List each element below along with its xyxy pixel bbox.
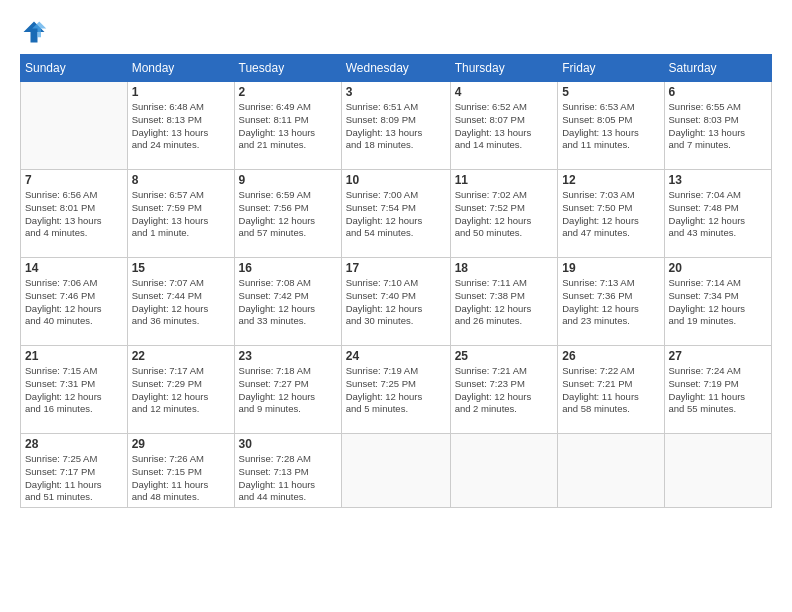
day-number: 3 xyxy=(346,85,446,99)
calendar-header-thursday: Thursday xyxy=(450,55,558,82)
calendar-cell: 28Sunrise: 7:25 AM Sunset: 7:17 PM Dayli… xyxy=(21,434,128,508)
calendar-cell: 13Sunrise: 7:04 AM Sunset: 7:48 PM Dayli… xyxy=(664,170,771,258)
day-info: Sunrise: 7:22 AM Sunset: 7:21 PM Dayligh… xyxy=(562,365,659,416)
calendar-cell: 22Sunrise: 7:17 AM Sunset: 7:29 PM Dayli… xyxy=(127,346,234,434)
day-info: Sunrise: 7:13 AM Sunset: 7:36 PM Dayligh… xyxy=(562,277,659,328)
calendar-header-friday: Friday xyxy=(558,55,664,82)
day-info: Sunrise: 7:25 AM Sunset: 7:17 PM Dayligh… xyxy=(25,453,123,504)
day-number: 8 xyxy=(132,173,230,187)
day-info: Sunrise: 7:21 AM Sunset: 7:23 PM Dayligh… xyxy=(455,365,554,416)
calendar-cell: 25Sunrise: 7:21 AM Sunset: 7:23 PM Dayli… xyxy=(450,346,558,434)
day-info: Sunrise: 7:15 AM Sunset: 7:31 PM Dayligh… xyxy=(25,365,123,416)
calendar-cell: 27Sunrise: 7:24 AM Sunset: 7:19 PM Dayli… xyxy=(664,346,771,434)
day-info: Sunrise: 6:56 AM Sunset: 8:01 PM Dayligh… xyxy=(25,189,123,240)
calendar-cell: 23Sunrise: 7:18 AM Sunset: 7:27 PM Dayli… xyxy=(234,346,341,434)
day-number: 20 xyxy=(669,261,767,275)
calendar-table: SundayMondayTuesdayWednesdayThursdayFrid… xyxy=(20,54,772,508)
day-number: 21 xyxy=(25,349,123,363)
calendar-week-0: 1Sunrise: 6:48 AM Sunset: 8:13 PM Daylig… xyxy=(21,82,772,170)
calendar-header-monday: Monday xyxy=(127,55,234,82)
day-info: Sunrise: 6:49 AM Sunset: 8:11 PM Dayligh… xyxy=(239,101,337,152)
day-number: 25 xyxy=(455,349,554,363)
calendar-cell xyxy=(341,434,450,508)
calendar-cell: 7Sunrise: 6:56 AM Sunset: 8:01 PM Daylig… xyxy=(21,170,128,258)
day-info: Sunrise: 7:03 AM Sunset: 7:50 PM Dayligh… xyxy=(562,189,659,240)
day-info: Sunrise: 6:48 AM Sunset: 8:13 PM Dayligh… xyxy=(132,101,230,152)
day-info: Sunrise: 7:24 AM Sunset: 7:19 PM Dayligh… xyxy=(669,365,767,416)
calendar-cell: 24Sunrise: 7:19 AM Sunset: 7:25 PM Dayli… xyxy=(341,346,450,434)
calendar-header-wednesday: Wednesday xyxy=(341,55,450,82)
calendar-cell: 20Sunrise: 7:14 AM Sunset: 7:34 PM Dayli… xyxy=(664,258,771,346)
day-number: 9 xyxy=(239,173,337,187)
day-number: 22 xyxy=(132,349,230,363)
day-number: 7 xyxy=(25,173,123,187)
calendar-week-1: 7Sunrise: 6:56 AM Sunset: 8:01 PM Daylig… xyxy=(21,170,772,258)
calendar-cell: 16Sunrise: 7:08 AM Sunset: 7:42 PM Dayli… xyxy=(234,258,341,346)
calendar-cell: 3Sunrise: 6:51 AM Sunset: 8:09 PM Daylig… xyxy=(341,82,450,170)
calendar-cell: 1Sunrise: 6:48 AM Sunset: 8:13 PM Daylig… xyxy=(127,82,234,170)
day-info: Sunrise: 7:04 AM Sunset: 7:48 PM Dayligh… xyxy=(669,189,767,240)
calendar-week-2: 14Sunrise: 7:06 AM Sunset: 7:46 PM Dayli… xyxy=(21,258,772,346)
calendar-cell: 8Sunrise: 6:57 AM Sunset: 7:59 PM Daylig… xyxy=(127,170,234,258)
calendar-cell xyxy=(558,434,664,508)
day-info: Sunrise: 7:26 AM Sunset: 7:15 PM Dayligh… xyxy=(132,453,230,504)
calendar-cell: 12Sunrise: 7:03 AM Sunset: 7:50 PM Dayli… xyxy=(558,170,664,258)
day-info: Sunrise: 6:59 AM Sunset: 7:56 PM Dayligh… xyxy=(239,189,337,240)
day-number: 2 xyxy=(239,85,337,99)
header xyxy=(20,18,772,46)
calendar-cell: 21Sunrise: 7:15 AM Sunset: 7:31 PM Dayli… xyxy=(21,346,128,434)
calendar-cell: 5Sunrise: 6:53 AM Sunset: 8:05 PM Daylig… xyxy=(558,82,664,170)
day-info: Sunrise: 6:52 AM Sunset: 8:07 PM Dayligh… xyxy=(455,101,554,152)
calendar-cell xyxy=(664,434,771,508)
calendar-cell: 17Sunrise: 7:10 AM Sunset: 7:40 PM Dayli… xyxy=(341,258,450,346)
day-number: 11 xyxy=(455,173,554,187)
day-number: 17 xyxy=(346,261,446,275)
day-info: Sunrise: 7:08 AM Sunset: 7:42 PM Dayligh… xyxy=(239,277,337,328)
calendar-cell: 11Sunrise: 7:02 AM Sunset: 7:52 PM Dayli… xyxy=(450,170,558,258)
logo xyxy=(20,18,52,46)
calendar-week-3: 21Sunrise: 7:15 AM Sunset: 7:31 PM Dayli… xyxy=(21,346,772,434)
calendar-cell: 15Sunrise: 7:07 AM Sunset: 7:44 PM Dayli… xyxy=(127,258,234,346)
day-info: Sunrise: 6:53 AM Sunset: 8:05 PM Dayligh… xyxy=(562,101,659,152)
calendar-cell xyxy=(21,82,128,170)
day-info: Sunrise: 7:19 AM Sunset: 7:25 PM Dayligh… xyxy=(346,365,446,416)
calendar-cell: 19Sunrise: 7:13 AM Sunset: 7:36 PM Dayli… xyxy=(558,258,664,346)
day-number: 13 xyxy=(669,173,767,187)
day-number: 15 xyxy=(132,261,230,275)
calendar-cell: 4Sunrise: 6:52 AM Sunset: 8:07 PM Daylig… xyxy=(450,82,558,170)
day-number: 24 xyxy=(346,349,446,363)
day-info: Sunrise: 7:14 AM Sunset: 7:34 PM Dayligh… xyxy=(669,277,767,328)
day-number: 27 xyxy=(669,349,767,363)
day-info: Sunrise: 6:55 AM Sunset: 8:03 PM Dayligh… xyxy=(669,101,767,152)
day-info: Sunrise: 7:02 AM Sunset: 7:52 PM Dayligh… xyxy=(455,189,554,240)
logo-icon xyxy=(20,18,48,46)
calendar-cell: 26Sunrise: 7:22 AM Sunset: 7:21 PM Dayli… xyxy=(558,346,664,434)
day-number: 5 xyxy=(562,85,659,99)
calendar-cell: 10Sunrise: 7:00 AM Sunset: 7:54 PM Dayli… xyxy=(341,170,450,258)
day-number: 10 xyxy=(346,173,446,187)
day-number: 23 xyxy=(239,349,337,363)
day-info: Sunrise: 7:17 AM Sunset: 7:29 PM Dayligh… xyxy=(132,365,230,416)
day-info: Sunrise: 7:10 AM Sunset: 7:40 PM Dayligh… xyxy=(346,277,446,328)
day-number: 14 xyxy=(25,261,123,275)
calendar-cell: 14Sunrise: 7:06 AM Sunset: 7:46 PM Dayli… xyxy=(21,258,128,346)
day-number: 28 xyxy=(25,437,123,451)
day-number: 30 xyxy=(239,437,337,451)
day-info: Sunrise: 7:28 AM Sunset: 7:13 PM Dayligh… xyxy=(239,453,337,504)
day-info: Sunrise: 7:07 AM Sunset: 7:44 PM Dayligh… xyxy=(132,277,230,328)
day-number: 29 xyxy=(132,437,230,451)
day-number: 1 xyxy=(132,85,230,99)
day-number: 18 xyxy=(455,261,554,275)
day-info: Sunrise: 6:57 AM Sunset: 7:59 PM Dayligh… xyxy=(132,189,230,240)
day-number: 26 xyxy=(562,349,659,363)
calendar-cell: 29Sunrise: 7:26 AM Sunset: 7:15 PM Dayli… xyxy=(127,434,234,508)
day-info: Sunrise: 7:00 AM Sunset: 7:54 PM Dayligh… xyxy=(346,189,446,240)
calendar-header-saturday: Saturday xyxy=(664,55,771,82)
day-number: 6 xyxy=(669,85,767,99)
day-number: 16 xyxy=(239,261,337,275)
calendar-cell: 30Sunrise: 7:28 AM Sunset: 7:13 PM Dayli… xyxy=(234,434,341,508)
calendar-cell: 18Sunrise: 7:11 AM Sunset: 7:38 PM Dayli… xyxy=(450,258,558,346)
day-number: 19 xyxy=(562,261,659,275)
calendar-header-row: SundayMondayTuesdayWednesdayThursdayFrid… xyxy=(21,55,772,82)
day-info: Sunrise: 7:06 AM Sunset: 7:46 PM Dayligh… xyxy=(25,277,123,328)
